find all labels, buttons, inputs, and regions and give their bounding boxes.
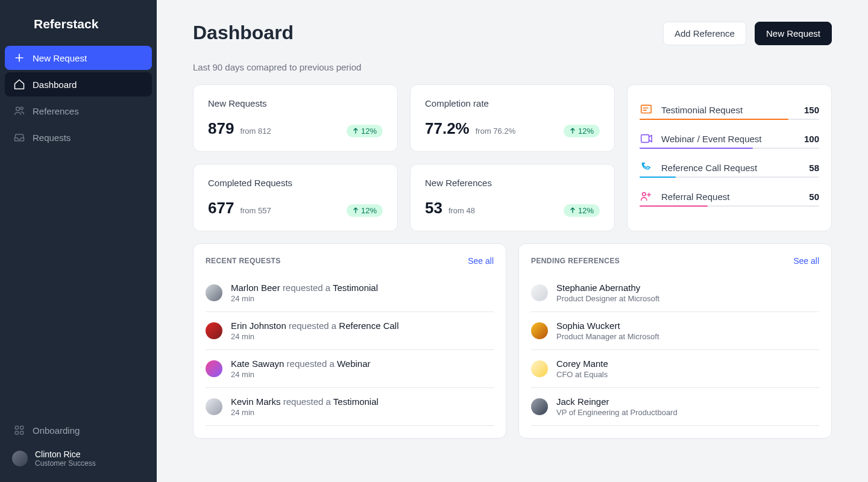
reference-role: Product Designer at Microsoft <box>556 294 819 303</box>
stat-value: 879 <box>208 119 234 138</box>
avatar <box>531 284 548 301</box>
users-icon <box>13 105 25 117</box>
requester-name: Erin Johnston <box>231 321 286 331</box>
stat-card: New References 53 from 48 12% <box>410 164 615 231</box>
main-content: Dashboard Add Reference New Request Last… <box>157 0 868 482</box>
panel-title: RECENT REQUESTS <box>206 257 281 265</box>
reference-name: Stephanie Abernathy <box>556 283 819 293</box>
svg-point-12 <box>643 193 646 196</box>
stat-label: Completion rate <box>425 98 600 108</box>
summary-label: Testimonial Request <box>661 105 796 115</box>
current-user[interactable]: Clinton Rice Customer Success <box>5 445 152 472</box>
summary-count: 150 <box>804 105 819 115</box>
trend-badge: 12% <box>347 204 383 217</box>
recent-requests-panel: RECENT REQUESTS See all Marlon Beer requ… <box>193 243 506 439</box>
see-all-link[interactable]: See all <box>468 256 494 266</box>
brand-logo: Referstack <box>5 10 152 46</box>
summary-type-icon <box>640 132 653 145</box>
stat-card: Completion rate 77.2% from 76.2% 12% <box>410 84 615 152</box>
reference-role: Product Manager at Microsoft <box>556 332 819 341</box>
requester-name: Kevin Marks <box>231 396 281 407</box>
reference-name: Corey Mante <box>556 358 819 369</box>
avatar <box>206 398 222 415</box>
summary-type-icon <box>640 161 653 174</box>
summary-label: Reference Call Request <box>661 163 800 173</box>
summary-row[interactable]: Reference Call Request 58 <box>640 155 819 177</box>
panel-title: PENDING REFERENCES <box>531 257 620 265</box>
request-type: Webinar <box>337 358 371 369</box>
avatar <box>206 360 222 377</box>
requester-name: Kate Sawayn <box>231 358 284 369</box>
svg-rect-7 <box>20 431 24 434</box>
sidebar: Referstack New Request Dashboard Referen… <box>0 0 157 482</box>
stat-label: Completed Requests <box>208 178 383 188</box>
pending-reference-row[interactable]: Stephanie Abernathy Product Designer at … <box>531 274 819 312</box>
request-time: 24 min <box>231 332 494 341</box>
reference-name: Jack Reinger <box>556 396 819 407</box>
reference-name: Sophia Wuckert <box>556 321 819 331</box>
arrow-up-icon <box>570 207 576 213</box>
plus-icon <box>13 52 25 64</box>
summary-row[interactable]: Referral Request 50 <box>640 184 819 205</box>
sidebar-item-requests[interactable]: Requests <box>5 125 152 149</box>
trend-badge: 12% <box>564 125 600 137</box>
pending-references-panel: PENDING REFERENCES See all Stephanie Abe… <box>518 243 832 439</box>
request-action: requested a <box>283 283 333 293</box>
stat-from: from 76.2% <box>476 127 515 136</box>
subheading: Last 90 days comapred to previous period <box>193 62 832 72</box>
trend-badge: 12% <box>564 204 600 217</box>
summary-row[interactable]: Webinar / Event Request 100 <box>640 126 819 148</box>
stat-value: 53 <box>425 199 442 218</box>
summary-progress <box>640 119 819 120</box>
recent-request-row[interactable]: Kevin Marks requested a Testimonial 24 m… <box>206 388 494 426</box>
summary-count: 58 <box>809 163 819 173</box>
request-action: requested a <box>287 358 337 369</box>
see-all-link[interactable]: See all <box>793 256 819 266</box>
sidebar-new-request-button[interactable]: New Request <box>5 46 152 70</box>
stat-label: New References <box>425 178 600 188</box>
request-line: Erin Johnston requested a Reference Call <box>231 321 494 331</box>
request-type-summary: Testimonial Request 150 Webinar / Event … <box>627 84 832 231</box>
avatar <box>531 398 548 415</box>
grid-icon <box>13 424 25 436</box>
request-time: 24 min <box>231 370 494 379</box>
user-role: Customer Success <box>35 459 96 468</box>
requester-name: Marlon Beer <box>231 283 280 293</box>
sidebar-new-request-label: New Request <box>33 53 87 63</box>
request-line: Kevin Marks requested a Testimonial <box>231 396 494 407</box>
sidebar-item-label: Onboarding <box>33 425 80 436</box>
svg-rect-5 <box>20 426 24 429</box>
sidebar-item-dashboard[interactable]: Dashboard <box>5 72 152 96</box>
stat-from: from 557 <box>240 206 271 215</box>
request-time: 24 min <box>231 294 494 303</box>
stats-grid: New Requests 879 from 812 12% Completion… <box>193 84 615 231</box>
reference-role: CFO at Equals <box>556 370 819 379</box>
pending-reference-row[interactable]: Corey Mante CFO at Equals <box>531 350 819 388</box>
recent-request-row[interactable]: Marlon Beer requested a Testimonial 24 m… <box>206 274 494 312</box>
summary-row[interactable]: Testimonial Request 150 <box>640 97 819 119</box>
stat-from: from 812 <box>240 127 271 136</box>
stat-from: from 48 <box>448 206 475 215</box>
add-reference-button[interactable]: Add Reference <box>663 22 746 45</box>
summary-progress <box>640 148 819 149</box>
stat-value: 677 <box>208 199 234 218</box>
svg-rect-8 <box>641 105 652 113</box>
request-action: requested a <box>289 321 339 331</box>
reference-role: VP of Engineering at Productboard <box>556 408 819 417</box>
avatar <box>206 284 222 301</box>
recent-request-row[interactable]: Erin Johnston requested a Reference Call… <box>206 312 494 350</box>
new-request-button[interactable]: New Request <box>755 22 832 45</box>
recent-request-row[interactable]: Kate Sawayn requested a Webinar 24 min <box>206 350 494 388</box>
avatar <box>531 322 548 339</box>
arrow-up-icon <box>570 128 576 134</box>
pending-reference-row[interactable]: Jack Reinger VP of Engineering at Produc… <box>531 388 819 426</box>
summary-progress <box>640 177 819 178</box>
avatar <box>206 322 222 339</box>
home-icon <box>13 78 25 90</box>
pending-reference-row[interactable]: Sophia Wuckert Product Manager at Micros… <box>531 312 819 350</box>
avatar <box>531 360 548 377</box>
sidebar-item-references[interactable]: References <box>5 99 152 123</box>
request-line: Kate Sawayn requested a Webinar <box>231 358 494 369</box>
sidebar-item-onboarding[interactable]: Onboarding <box>5 418 152 442</box>
avatar <box>12 451 28 466</box>
